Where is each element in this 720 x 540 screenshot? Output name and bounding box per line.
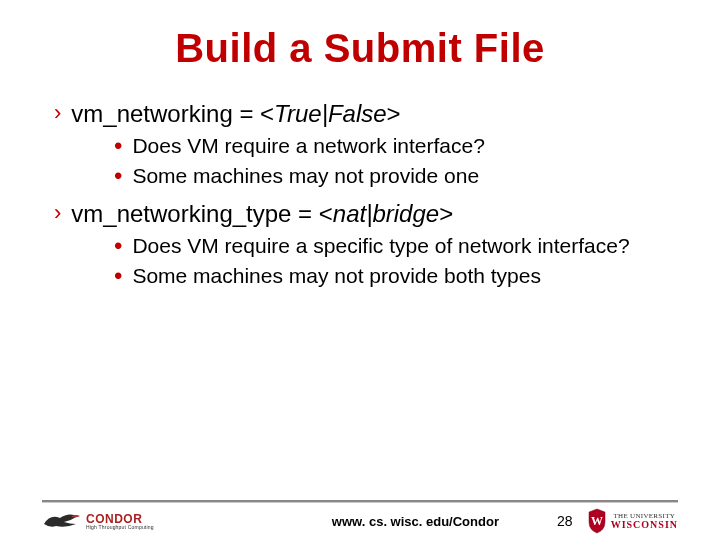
- bullet-param: True|False: [274, 100, 387, 127]
- wisconsin-logo: W THE UNIVERSITY WISCONSIN: [587, 508, 678, 534]
- chevron-right-icon: ›: [54, 99, 61, 127]
- sub-bullet-text: Does VM require a network interface?: [132, 133, 485, 159]
- chevron-right-icon: ›: [54, 199, 61, 227]
- bullet-text-b: >: [387, 100, 401, 127]
- wisconsin-text: THE UNIVERSITY WISCONSIN: [611, 513, 678, 530]
- bullet-text: vm_networking = <True|False>: [71, 99, 400, 129]
- horizontal-rule: [42, 500, 678, 502]
- bullet-level2: • Some machines may not provide both typ…: [114, 263, 670, 289]
- slide-footer: CONDOR High Throughput Computing www. cs…: [0, 500, 720, 534]
- condor-bird-icon: [42, 510, 82, 532]
- bullet-text-a: vm_networking_type = <: [71, 200, 332, 227]
- bullet-level1: › vm_networking_type = <nat|bridge>: [50, 199, 670, 229]
- bullet-text-b: >: [439, 200, 453, 227]
- sub-bullet-text: Does VM require a specific type of netwo…: [132, 233, 629, 259]
- wisconsin-bottom: WISCONSIN: [611, 520, 678, 530]
- dot-icon: •: [114, 139, 122, 153]
- bullet-level1: › vm_networking = <True|False>: [50, 99, 670, 129]
- condor-logo-textblock: CONDOR High Throughput Computing: [86, 512, 154, 530]
- bullet-level2: • Some machines may not provide one: [114, 163, 670, 189]
- sub-bullet-text: Some machines may not provide both types: [132, 263, 541, 289]
- bullet-text-a: vm_networking = <: [71, 100, 274, 127]
- wisconsin-crest-icon: W: [587, 508, 607, 534]
- dot-icon: •: [114, 239, 122, 253]
- svg-text:W: W: [591, 514, 603, 528]
- bullet-level2: • Does VM require a specific type of net…: [114, 233, 670, 259]
- sub-bullet-text: Some machines may not provide one: [132, 163, 479, 189]
- condor-logo-tagline: High Throughput Computing: [86, 524, 154, 530]
- bullet-param: nat|bridge: [333, 200, 439, 227]
- footer-row: CONDOR High Throughput Computing www. cs…: [0, 508, 720, 534]
- page-number: 28: [557, 513, 573, 529]
- slide-title: Build a Submit File: [0, 26, 720, 71]
- condor-logo: CONDOR High Throughput Computing: [42, 510, 154, 532]
- slide: Build a Submit File › vm_networking = <T…: [0, 26, 720, 540]
- bullet-level2: • Does VM require a network interface?: [114, 133, 670, 159]
- dot-icon: •: [114, 269, 122, 283]
- bullet-text: vm_networking_type = <nat|bridge>: [71, 199, 453, 229]
- slide-body: › vm_networking = <True|False> • Does VM…: [50, 99, 670, 289]
- footer-url: www. cs. wisc. edu/Condor: [332, 514, 499, 529]
- footer-right: 28 W THE UNIVERSITY WISCONSIN: [557, 508, 678, 534]
- dot-icon: •: [114, 169, 122, 183]
